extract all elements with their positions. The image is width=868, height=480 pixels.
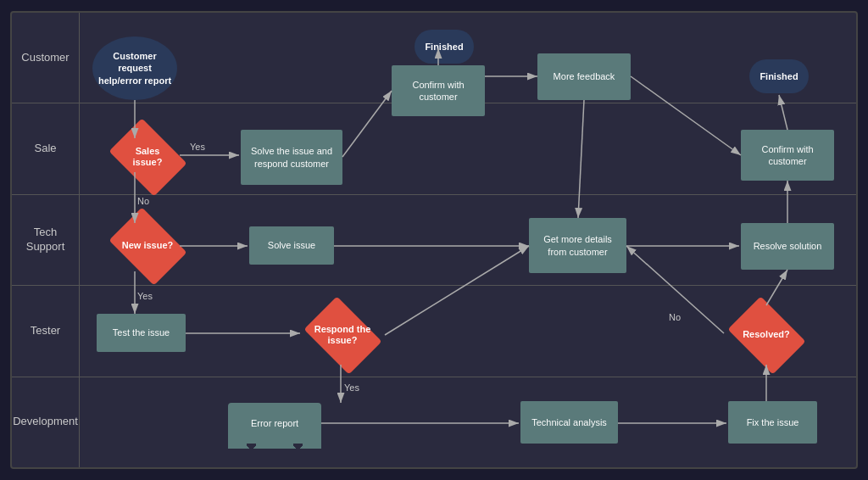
lane-label-tester: Tester — [12, 286, 80, 376]
technical-analysis-node: Technical analysis — [520, 401, 618, 444]
solve-respond-node: Solve the issue and respond customer — [241, 130, 342, 185]
finished-1-node: Finished — [415, 30, 474, 64]
finished-2-node: Finished — [749, 59, 809, 93]
new-issue-node: New issue? — [114, 220, 181, 271]
lane-label-development: Development — [12, 377, 80, 467]
lane-label-customer: Customer — [12, 13, 80, 103]
test-issue-node: Test the issue — [97, 314, 186, 352]
get-more-details-node: Get more details from customer — [529, 218, 626, 273]
more-feedback-node: More feedback — [537, 53, 631, 100]
flowchart-diagram: Customer Sale TechSupport Tester Develop… — [10, 11, 858, 469]
resolved-node: Resolved? — [724, 305, 809, 365]
lane-label-tech-support: TechSupport — [12, 195, 80, 285]
confirm-customer-1-node: Confirm with customer — [392, 65, 485, 116]
fix-issue-node: Fix the issue — [728, 401, 817, 444]
error-report-node: Error report — [228, 403, 321, 444]
respond-issue-node: Respond the issue? — [300, 305, 385, 365]
solve-issue-node: Solve issue — [249, 226, 334, 265]
resolve-solution-node: Resolve solution — [741, 223, 834, 270]
lane-content-sale — [80, 103, 856, 193]
lane-content-tech-support — [80, 195, 856, 285]
sales-issue-node: Sales issue? — [114, 131, 181, 182]
confirm-customer-2-node: Confirm with customer — [741, 130, 834, 181]
lane-label-sale: Sale — [12, 103, 80, 193]
customer-request-node: Customer request help/error report — [92, 36, 177, 100]
